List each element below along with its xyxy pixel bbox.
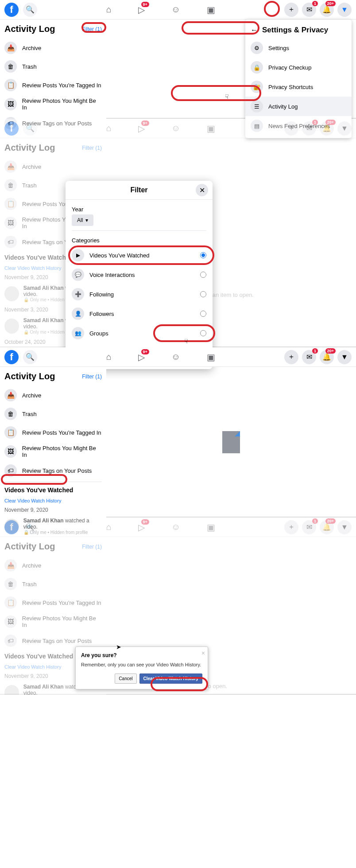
- document-icon: [222, 431, 240, 453]
- menu-activity-log[interactable]: ☰Activity Log: [245, 97, 352, 116]
- watch-icon: ▷9+: [138, 123, 145, 134]
- close-icon[interactable]: ×: [201, 650, 205, 657]
- page-title: Activity Log: [4, 371, 55, 381]
- menu-privacy-shortcuts[interactable]: 🔐Privacy Shortcuts: [245, 77, 352, 97]
- create-button: ＋: [284, 121, 298, 136]
- sidebar-item-tags[interactable]: 🏷Review Tags on Your Posts: [0, 461, 106, 480]
- facebook-logo: f: [4, 520, 19, 534]
- cursor-icon: ☟: [184, 338, 188, 345]
- sidebar-item-photos[interactable]: 🖼Review Photos You Might Be In: [0, 442, 106, 461]
- home-icon[interactable]: ⌂: [106, 4, 112, 15]
- sidebar-item-photos[interactable]: 🖼Review Photos You Might Be In: [0, 94, 106, 114]
- sidebar-item-trash[interactable]: 🗑Trash: [0, 405, 106, 423]
- sidebar-item-tagged[interactable]: 📋Review Posts You're Tagged In: [0, 423, 106, 442]
- search-button[interactable]: 🔍: [23, 350, 37, 364]
- confirm-clear-button[interactable]: Clear Video Watch History: [139, 673, 202, 684]
- radio-off[interactable]: [200, 311, 206, 317]
- cursor-icon: ➤: [116, 643, 121, 650]
- sidebar-item-archive[interactable]: 📥Archive: [0, 39, 106, 57]
- search-button: 🔍: [23, 121, 37, 136]
- year-label: Year: [72, 206, 206, 213]
- groups-icon[interactable]: ☺: [171, 352, 180, 362]
- cursor-icon: ☟: [225, 93, 229, 100]
- gaming-icon[interactable]: ▣: [207, 4, 215, 15]
- confirm-body: Remember, only you can see your Video Wa…: [81, 662, 202, 667]
- search-button: 🔍: [23, 520, 37, 534]
- categories-label: Categories: [72, 237, 206, 244]
- groups-icon[interactable]: ☺: [171, 4, 180, 15]
- videos-watched-heading: Videos You've Watched: [0, 484, 106, 496]
- filter-link[interactable]: Filter (1): [82, 26, 102, 32]
- confirm-cancel-button[interactable]: Cancel: [115, 673, 136, 684]
- home-icon[interactable]: ⌂: [106, 352, 112, 362]
- radio-on[interactable]: [200, 252, 206, 258]
- confirm-title: Are you sure?: [81, 652, 202, 658]
- clear-history-link[interactable]: Clear Video Watch History: [0, 498, 66, 505]
- radio-off[interactable]: [200, 330, 206, 336]
- messenger-button[interactable]: ✉1: [302, 3, 316, 17]
- create-button[interactable]: ＋: [284, 3, 298, 17]
- gaming-icon[interactable]: ▣: [207, 352, 215, 362]
- search-button[interactable]: 🔍: [23, 3, 37, 17]
- facebook-logo: f: [4, 121, 19, 136]
- notifications-button[interactable]: 🔔20+: [320, 350, 334, 364]
- sidebar-item-tagged[interactable]: 📋Review Posts You're Tagged In: [0, 76, 106, 94]
- radio-off[interactable]: [200, 272, 206, 278]
- messenger-button: ✉1: [302, 121, 316, 136]
- messenger-button[interactable]: ✉1: [302, 350, 316, 364]
- radio-off[interactable]: [200, 291, 206, 297]
- account-menu-button[interactable]: ▼: [337, 350, 352, 364]
- back-icon[interactable]: ←: [251, 26, 258, 34]
- watch-icon[interactable]: ▷9+: [138, 4, 145, 15]
- page-title: Activity Log: [4, 24, 55, 34]
- sidebar-item-trash[interactable]: 🗑Trash: [0, 57, 106, 76]
- cat-voice[interactable]: 💬Voice Interactions: [72, 265, 206, 284]
- account-menu-button[interactable]: ▼: [337, 3, 352, 17]
- cat-followers[interactable]: 👤Followers: [72, 304, 206, 323]
- notifications-button[interactable]: 🔔20+: [320, 3, 334, 17]
- date-heading: November 9, 2020: [0, 504, 106, 516]
- notifications-button: 🔔20+: [320, 121, 334, 136]
- create-button[interactable]: ＋: [284, 350, 298, 364]
- groups-icon: ☺: [171, 123, 180, 134]
- caret-down-icon: ▾: [85, 217, 88, 223]
- account-menu-button: ▼: [337, 121, 352, 136]
- facebook-logo[interactable]: f: [4, 350, 19, 364]
- home-icon: ⌂: [106, 123, 112, 134]
- modal-title: Filter: [130, 186, 147, 194]
- menu-settings[interactable]: ⚙Settings: [245, 38, 352, 58]
- cat-videos-watched[interactable]: ▶Videos You've Watched: [72, 245, 206, 265]
- filter-link[interactable]: Filter (1): [82, 374, 102, 380]
- watch-icon[interactable]: ▷9+: [138, 352, 145, 362]
- sidebar-item-archive[interactable]: 📥Archive: [0, 386, 106, 405]
- year-select[interactable]: All▾: [72, 214, 93, 226]
- filter-modal: Filter✕ Year All▾ Categories ▶Videos You…: [66, 181, 213, 369]
- confirm-dialog: × Are you sure? Remember, only you can s…: [75, 646, 208, 689]
- menu-title: Settings & Privacy: [262, 26, 328, 35]
- menu-privacy-checkup[interactable]: 🔒Privacy Checkup: [245, 58, 352, 77]
- close-button[interactable]: ✕: [196, 184, 208, 196]
- facebook-logo[interactable]: f: [4, 3, 19, 17]
- cat-following[interactable]: ➕Following: [72, 284, 206, 304]
- gaming-icon: ▣: [207, 123, 215, 134]
